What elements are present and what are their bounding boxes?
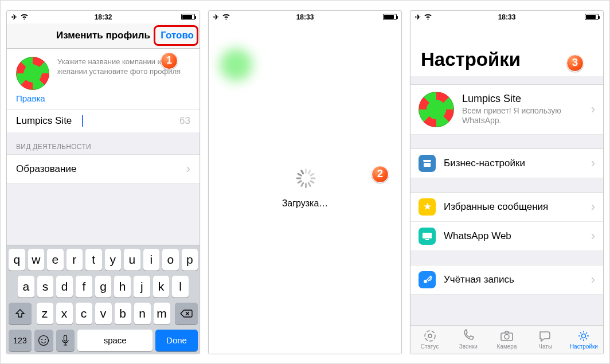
key-q[interactable]: q <box>9 249 25 271</box>
nav-bar: Изменить профиль Готово <box>7 24 200 49</box>
account-cell[interactable]: Учётная запись › <box>410 265 603 295</box>
key-a[interactable]: a <box>18 276 34 298</box>
phone-1: ✈ 18:32 Изменить профиль Готово 1 Укажит… <box>6 10 200 354</box>
keyboard[interactable]: qwertyuiop asdfghjkl zxcvbnm 123 space D… <box>7 245 200 354</box>
wifi-icon <box>424 13 432 21</box>
section-label: ВИД ДЕЯТЕЛЬНОСТИ <box>7 132 200 154</box>
key-icon <box>419 271 436 288</box>
avatar[interactable] <box>16 57 49 90</box>
svg-point-7 <box>425 331 435 341</box>
clock: 18:33 <box>296 13 314 21</box>
key-d[interactable]: d <box>56 276 73 298</box>
key-s[interactable]: s <box>37 276 54 298</box>
tab-settings[interactable]: Настройки <box>565 326 603 354</box>
char-count: 63 <box>179 115 190 127</box>
space-key[interactable]: space <box>77 330 152 351</box>
blurred-avatar <box>219 48 253 82</box>
whatsapp-web-cell[interactable]: WhatsApp Web › <box>410 222 603 251</box>
step-badge-2: 2 <box>372 166 389 183</box>
airplane-icon: ✈ <box>415 13 421 21</box>
tab-label: Статус <box>421 343 439 350</box>
edit-photo-link[interactable]: Правка <box>7 93 200 109</box>
profile-status: Всем привет! Я использую WhatsApp. <box>462 106 583 126</box>
tab-calls[interactable]: Звонки <box>449 326 487 354</box>
key-c[interactable]: c <box>76 303 92 324</box>
key-w[interactable]: w <box>28 249 45 271</box>
battery-icon <box>383 14 397 20</box>
clock: 18:33 <box>498 13 516 21</box>
key-l[interactable]: l <box>172 276 189 298</box>
spinner-icon <box>295 169 315 188</box>
key-u[interactable]: u <box>124 249 140 271</box>
key-i[interactable]: i <box>143 249 160 271</box>
chevron-right-icon: › <box>186 162 190 177</box>
key-k[interactable]: k <box>153 276 170 298</box>
key-m[interactable]: m <box>154 303 170 324</box>
keyboard-done-key[interactable]: Done <box>155 330 198 351</box>
tab-label: Камера <box>497 343 517 350</box>
key-g[interactable]: g <box>95 276 112 298</box>
key-o[interactable]: o <box>162 249 179 271</box>
wifi-icon <box>20 13 29 21</box>
tab-status[interactable]: Статус <box>410 326 449 354</box>
svg-rect-5 <box>425 239 429 240</box>
status-bar: ✈ 18:32 <box>7 11 200 24</box>
key-j[interactable]: j <box>134 276 150 298</box>
phone-2: ✈ 18:33 Загрузка… 2 <box>208 10 402 354</box>
profile-name: Lumpics Site <box>462 93 583 105</box>
step-badge-1: 1 <box>161 52 178 69</box>
loading-label: Загрузка… <box>282 198 329 209</box>
key-r[interactable]: r <box>67 249 83 271</box>
storefront-icon <box>419 155 436 172</box>
key-h[interactable]: h <box>114 276 131 298</box>
key-y[interactable]: y <box>105 249 122 271</box>
profile-cell[interactable]: Lumpics Site Всем привет! Я использую Wh… <box>410 84 603 135</box>
tab-label: Настройки <box>570 343 598 350</box>
tab-chats[interactable]: Чаты <box>526 326 565 354</box>
tab-camera[interactable]: Камера <box>487 326 526 354</box>
airplane-icon: ✈ <box>213 13 219 21</box>
svg-point-1 <box>41 339 42 340</box>
star-icon: ★ <box>419 198 436 216</box>
done-button[interactable]: Готово <box>161 30 194 41</box>
key-n[interactable]: n <box>134 303 151 324</box>
tab-label: Звонки <box>459 343 478 350</box>
status-bar: ✈ 18:33 <box>410 11 603 24</box>
key-b[interactable]: b <box>115 303 131 324</box>
key-e[interactable]: e <box>47 249 64 271</box>
numbers-key[interactable]: 123 <box>9 330 32 351</box>
key-f[interactable]: f <box>76 276 92 298</box>
wifi-icon <box>222 13 230 21</box>
tab-label: Чаты <box>538 343 552 350</box>
text-cursor <box>82 115 83 127</box>
shift-key[interactable] <box>9 303 32 324</box>
cell-label: Избранные сообщения <box>444 201 548 213</box>
chevron-right-icon: › <box>591 156 595 171</box>
name-input[interactable] <box>16 115 81 127</box>
chevron-right-icon: › <box>591 102 595 117</box>
svg-point-11 <box>582 334 586 338</box>
svg-point-0 <box>39 335 49 345</box>
tab-bar: Статус Звонки Камера Чаты Настройки <box>410 325 603 354</box>
loading-overlay: Загрузка… <box>209 24 401 354</box>
starred-messages-cell[interactable]: ★ Избранные сообщения › <box>410 192 603 222</box>
key-p[interactable]: p <box>182 249 198 271</box>
key-x[interactable]: x <box>56 303 73 324</box>
cell-label: WhatsApp Web <box>444 230 511 242</box>
svg-point-10 <box>505 335 509 339</box>
svg-point-8 <box>428 334 432 338</box>
key-v[interactable]: v <box>95 303 112 324</box>
phone-3: ✈ 18:33 Настройки 3 Lumpics Site Всем пр… <box>410 10 604 354</box>
monitor-icon <box>419 228 436 245</box>
emoji-key[interactable] <box>34 330 53 351</box>
backspace-key[interactable] <box>175 303 198 324</box>
nav-title: Изменить профиль <box>56 30 150 41</box>
name-field[interactable]: 63 <box>7 109 200 132</box>
dictation-key[interactable] <box>56 330 75 351</box>
activity-cell[interactable]: Образование › <box>7 154 200 183</box>
key-z[interactable]: z <box>37 303 53 324</box>
key-t[interactable]: t <box>85 249 102 271</box>
battery-icon <box>181 14 195 20</box>
business-settings-cell[interactable]: Бизнес-настройки › <box>410 148 603 178</box>
settings-list[interactable]: Lumpics Site Всем привет! Я использую Wh… <box>410 76 603 325</box>
